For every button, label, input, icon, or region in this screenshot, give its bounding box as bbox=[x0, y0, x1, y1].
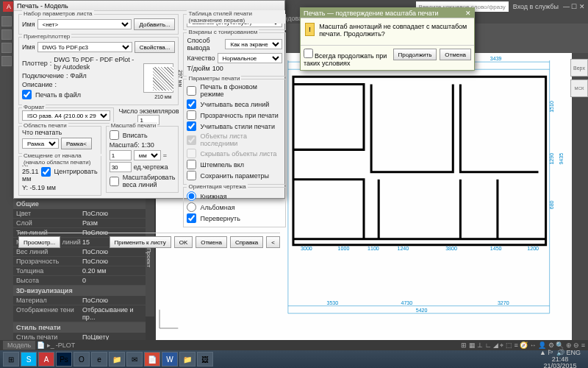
close-icon[interactable]: ✕ bbox=[465, 10, 471, 17]
clock: ▲ 🏳 🔊 ENG21:4821/03/2015 bbox=[535, 350, 585, 369]
svg-text:1100: 1100 bbox=[368, 246, 379, 251]
apply-button[interactable]: Применить к листу bbox=[110, 236, 171, 248]
viewcube[interactable]: Верх МСК bbox=[572, 59, 587, 97]
svg-text:1450: 1450 bbox=[490, 246, 502, 251]
svg-text:1240: 1240 bbox=[397, 246, 409, 251]
svg-text:1200: 1200 bbox=[527, 246, 539, 251]
paper-select[interactable]: ISO разв. A4 (210.00 x 297.00 мм) bbox=[22, 110, 110, 121]
expand-button[interactable]: < bbox=[266, 236, 280, 248]
cancel-button[interactable]: Отмена bbox=[440, 49, 471, 60]
svg-text:5420: 5420 bbox=[416, 308, 428, 313]
viewcube-top: Верх bbox=[570, 59, 588, 77]
confirm-title: Печать — подтверждение масштаба печати bbox=[304, 10, 439, 17]
left-toolstrip[interactable] bbox=[0, 13, 13, 340]
props-button[interactable]: Свойства... bbox=[135, 41, 176, 53]
dialog-title: Печать - Модель bbox=[17, 2, 68, 10]
svg-text:1000: 1000 bbox=[338, 246, 350, 251]
svg-text:1510: 1510 bbox=[549, 101, 554, 113]
svg-text:3439: 3439 bbox=[490, 56, 502, 61]
model-tab[interactable]: Модель bbox=[3, 341, 35, 350]
svg-text:4730: 4730 bbox=[401, 300, 413, 305]
confirm-dialog: Печать — подтверждение масштаба печати✕ … bbox=[300, 7, 475, 71]
preview-button[interactable]: Просмотр... bbox=[18, 236, 60, 248]
always-check[interactable] bbox=[304, 49, 313, 58]
fit-check[interactable] bbox=[110, 130, 119, 140]
svg-text:3000: 3000 bbox=[301, 246, 312, 251]
ok-button[interactable]: OK bbox=[174, 236, 193, 248]
paper-preview: 210 мм297 мм bbox=[143, 63, 173, 93]
warning-icon: ! bbox=[305, 23, 315, 36]
add-button[interactable]: Добавить... bbox=[134, 18, 175, 30]
svg-text:3270: 3270 bbox=[498, 300, 509, 305]
area-select[interactable]: Рамка bbox=[22, 138, 59, 149]
status-bar: Модель 📄 ▸_-PLOT ⊞ ▦ ⊥ ∟ ◢ ⌖ ⬚ ≡ 🧭 ↔ 👤 ⚙… bbox=[0, 340, 588, 350]
svg-text:9435: 9435 bbox=[559, 153, 564, 165]
svg-text:3800: 3800 bbox=[445, 246, 457, 251]
help-button[interactable]: Справка bbox=[230, 236, 263, 248]
svg-text:1290: 1290 bbox=[549, 153, 554, 165]
svg-text:680: 680 bbox=[549, 200, 554, 209]
continue-button[interactable]: Продолжить bbox=[393, 49, 437, 60]
center-check[interactable] bbox=[41, 167, 51, 177]
confirm-message: Масштаб аннотаций не совпадает с масштаб… bbox=[319, 23, 470, 38]
plot-dialog: Печать - Модель Набор параметров листа И… bbox=[13, 0, 285, 199]
taskbar[interactable]: ⊞SAPsOe📁✉📄W📁🖼 ▲ 🏳 🔊 ENG21:4821/03/2015 bbox=[0, 350, 588, 368]
login-link[interactable]: Вход в службы bbox=[513, 3, 559, 10]
plotter-select[interactable]: DWG To PDF.pc3 bbox=[37, 42, 132, 52]
pageset-select[interactable]: <нет> bbox=[37, 19, 132, 29]
svg-text:3530: 3530 bbox=[326, 300, 338, 305]
to-file-check[interactable] bbox=[22, 90, 32, 99]
cancel-button[interactable]: Отмена bbox=[196, 236, 227, 248]
window-button[interactable]: Рамка< bbox=[61, 138, 92, 149]
